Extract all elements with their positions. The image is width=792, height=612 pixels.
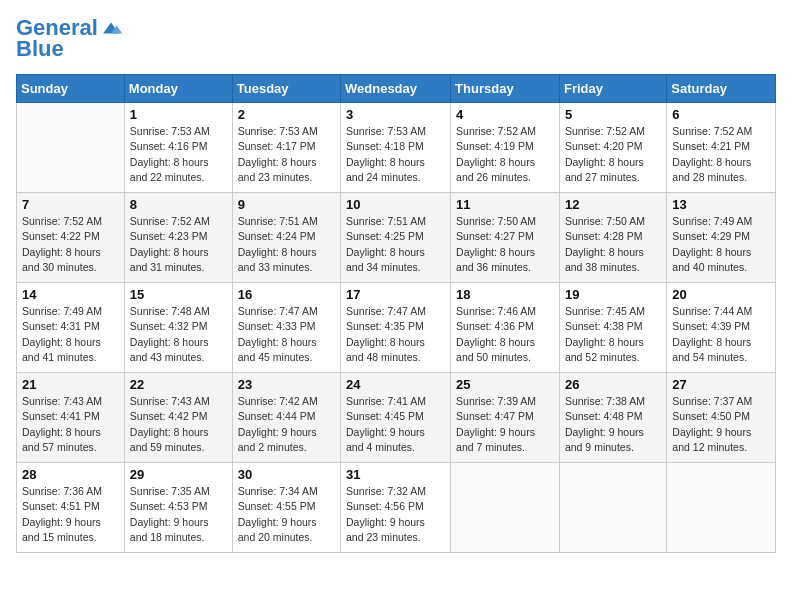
- day-info: Sunrise: 7:49 AMSunset: 4:29 PMDaylight:…: [672, 214, 770, 275]
- calendar-week-row: 28Sunrise: 7:36 AMSunset: 4:51 PMDayligh…: [17, 463, 776, 553]
- day-number: 30: [238, 467, 335, 482]
- day-number: 6: [672, 107, 770, 122]
- weekday-header-saturday: Saturday: [667, 75, 776, 103]
- weekday-header-thursday: Thursday: [451, 75, 560, 103]
- weekday-header-row: SundayMondayTuesdayWednesdayThursdayFrid…: [17, 75, 776, 103]
- calendar-cell: 31Sunrise: 7:32 AMSunset: 4:56 PMDayligh…: [341, 463, 451, 553]
- day-info: Sunrise: 7:50 AMSunset: 4:27 PMDaylight:…: [456, 214, 554, 275]
- calendar-cell: [667, 463, 776, 553]
- calendar-cell: 30Sunrise: 7:34 AMSunset: 4:55 PMDayligh…: [232, 463, 340, 553]
- calendar-cell: 1Sunrise: 7:53 AMSunset: 4:16 PMDaylight…: [124, 103, 232, 193]
- day-number: 31: [346, 467, 445, 482]
- calendar-cell: 3Sunrise: 7:53 AMSunset: 4:18 PMDaylight…: [341, 103, 451, 193]
- day-number: 18: [456, 287, 554, 302]
- day-number: 11: [456, 197, 554, 212]
- day-number: 7: [22, 197, 119, 212]
- day-info: Sunrise: 7:52 AMSunset: 4:23 PMDaylight:…: [130, 214, 227, 275]
- day-number: 12: [565, 197, 661, 212]
- day-number: 20: [672, 287, 770, 302]
- day-number: 10: [346, 197, 445, 212]
- day-info: Sunrise: 7:48 AMSunset: 4:32 PMDaylight:…: [130, 304, 227, 365]
- calendar-cell: 13Sunrise: 7:49 AMSunset: 4:29 PMDayligh…: [667, 193, 776, 283]
- day-number: 4: [456, 107, 554, 122]
- day-number: 24: [346, 377, 445, 392]
- calendar-cell: 17Sunrise: 7:47 AMSunset: 4:35 PMDayligh…: [341, 283, 451, 373]
- day-info: Sunrise: 7:52 AMSunset: 4:22 PMDaylight:…: [22, 214, 119, 275]
- day-info: Sunrise: 7:52 AMSunset: 4:21 PMDaylight:…: [672, 124, 770, 185]
- weekday-header-wednesday: Wednesday: [341, 75, 451, 103]
- day-number: 26: [565, 377, 661, 392]
- day-number: 25: [456, 377, 554, 392]
- day-info: Sunrise: 7:44 AMSunset: 4:39 PMDaylight:…: [672, 304, 770, 365]
- logo-icon: [99, 18, 123, 38]
- day-info: Sunrise: 7:52 AMSunset: 4:20 PMDaylight:…: [565, 124, 661, 185]
- day-number: 29: [130, 467, 227, 482]
- day-info: Sunrise: 7:51 AMSunset: 4:25 PMDaylight:…: [346, 214, 445, 275]
- day-info: Sunrise: 7:35 AMSunset: 4:53 PMDaylight:…: [130, 484, 227, 545]
- day-info: Sunrise: 7:52 AMSunset: 4:19 PMDaylight:…: [456, 124, 554, 185]
- day-number: 9: [238, 197, 335, 212]
- day-info: Sunrise: 7:49 AMSunset: 4:31 PMDaylight:…: [22, 304, 119, 365]
- calendar-cell: 27Sunrise: 7:37 AMSunset: 4:50 PMDayligh…: [667, 373, 776, 463]
- calendar-cell: 8Sunrise: 7:52 AMSunset: 4:23 PMDaylight…: [124, 193, 232, 283]
- calendar-cell: 2Sunrise: 7:53 AMSunset: 4:17 PMDaylight…: [232, 103, 340, 193]
- day-number: 22: [130, 377, 227, 392]
- day-number: 17: [346, 287, 445, 302]
- calendar-cell: 6Sunrise: 7:52 AMSunset: 4:21 PMDaylight…: [667, 103, 776, 193]
- day-info: Sunrise: 7:41 AMSunset: 4:45 PMDaylight:…: [346, 394, 445, 455]
- calendar-cell: 23Sunrise: 7:42 AMSunset: 4:44 PMDayligh…: [232, 373, 340, 463]
- day-number: 3: [346, 107, 445, 122]
- calendar-cell: 22Sunrise: 7:43 AMSunset: 4:42 PMDayligh…: [124, 373, 232, 463]
- calendar-cell: 5Sunrise: 7:52 AMSunset: 4:20 PMDaylight…: [559, 103, 666, 193]
- day-info: Sunrise: 7:32 AMSunset: 4:56 PMDaylight:…: [346, 484, 445, 545]
- calendar-cell: 16Sunrise: 7:47 AMSunset: 4:33 PMDayligh…: [232, 283, 340, 373]
- calendar-cell: 19Sunrise: 7:45 AMSunset: 4:38 PMDayligh…: [559, 283, 666, 373]
- calendar-cell: 29Sunrise: 7:35 AMSunset: 4:53 PMDayligh…: [124, 463, 232, 553]
- day-info: Sunrise: 7:39 AMSunset: 4:47 PMDaylight:…: [456, 394, 554, 455]
- logo: General Blue: [16, 16, 123, 62]
- calendar-cell: 25Sunrise: 7:39 AMSunset: 4:47 PMDayligh…: [451, 373, 560, 463]
- day-number: 5: [565, 107, 661, 122]
- day-info: Sunrise: 7:38 AMSunset: 4:48 PMDaylight:…: [565, 394, 661, 455]
- day-number: 21: [22, 377, 119, 392]
- day-number: 16: [238, 287, 335, 302]
- day-info: Sunrise: 7:36 AMSunset: 4:51 PMDaylight:…: [22, 484, 119, 545]
- day-number: 14: [22, 287, 119, 302]
- calendar-week-row: 14Sunrise: 7:49 AMSunset: 4:31 PMDayligh…: [17, 283, 776, 373]
- day-info: Sunrise: 7:53 AMSunset: 4:16 PMDaylight:…: [130, 124, 227, 185]
- day-info: Sunrise: 7:43 AMSunset: 4:42 PMDaylight:…: [130, 394, 227, 455]
- day-info: Sunrise: 7:43 AMSunset: 4:41 PMDaylight:…: [22, 394, 119, 455]
- calendar-cell: 15Sunrise: 7:48 AMSunset: 4:32 PMDayligh…: [124, 283, 232, 373]
- weekday-header-monday: Monday: [124, 75, 232, 103]
- day-info: Sunrise: 7:53 AMSunset: 4:17 PMDaylight:…: [238, 124, 335, 185]
- weekday-header-friday: Friday: [559, 75, 666, 103]
- calendar-table: SundayMondayTuesdayWednesdayThursdayFrid…: [16, 74, 776, 553]
- day-info: Sunrise: 7:42 AMSunset: 4:44 PMDaylight:…: [238, 394, 335, 455]
- calendar-cell: 18Sunrise: 7:46 AMSunset: 4:36 PMDayligh…: [451, 283, 560, 373]
- calendar-cell: [559, 463, 666, 553]
- page-header: General Blue: [16, 16, 776, 62]
- day-info: Sunrise: 7:53 AMSunset: 4:18 PMDaylight:…: [346, 124, 445, 185]
- day-info: Sunrise: 7:45 AMSunset: 4:38 PMDaylight:…: [565, 304, 661, 365]
- day-number: 13: [672, 197, 770, 212]
- calendar-cell: [17, 103, 125, 193]
- calendar-cell: 14Sunrise: 7:49 AMSunset: 4:31 PMDayligh…: [17, 283, 125, 373]
- day-number: 2: [238, 107, 335, 122]
- weekday-header-sunday: Sunday: [17, 75, 125, 103]
- calendar-cell: 28Sunrise: 7:36 AMSunset: 4:51 PMDayligh…: [17, 463, 125, 553]
- day-info: Sunrise: 7:47 AMSunset: 4:35 PMDaylight:…: [346, 304, 445, 365]
- day-number: 19: [565, 287, 661, 302]
- day-number: 28: [22, 467, 119, 482]
- day-info: Sunrise: 7:37 AMSunset: 4:50 PMDaylight:…: [672, 394, 770, 455]
- calendar-week-row: 7Sunrise: 7:52 AMSunset: 4:22 PMDaylight…: [17, 193, 776, 283]
- calendar-cell: [451, 463, 560, 553]
- day-info: Sunrise: 7:34 AMSunset: 4:55 PMDaylight:…: [238, 484, 335, 545]
- calendar-cell: 7Sunrise: 7:52 AMSunset: 4:22 PMDaylight…: [17, 193, 125, 283]
- day-info: Sunrise: 7:50 AMSunset: 4:28 PMDaylight:…: [565, 214, 661, 275]
- day-info: Sunrise: 7:51 AMSunset: 4:24 PMDaylight:…: [238, 214, 335, 275]
- calendar-cell: 21Sunrise: 7:43 AMSunset: 4:41 PMDayligh…: [17, 373, 125, 463]
- calendar-cell: 26Sunrise: 7:38 AMSunset: 4:48 PMDayligh…: [559, 373, 666, 463]
- calendar-cell: 9Sunrise: 7:51 AMSunset: 4:24 PMDaylight…: [232, 193, 340, 283]
- day-info: Sunrise: 7:46 AMSunset: 4:36 PMDaylight:…: [456, 304, 554, 365]
- calendar-cell: 4Sunrise: 7:52 AMSunset: 4:19 PMDaylight…: [451, 103, 560, 193]
